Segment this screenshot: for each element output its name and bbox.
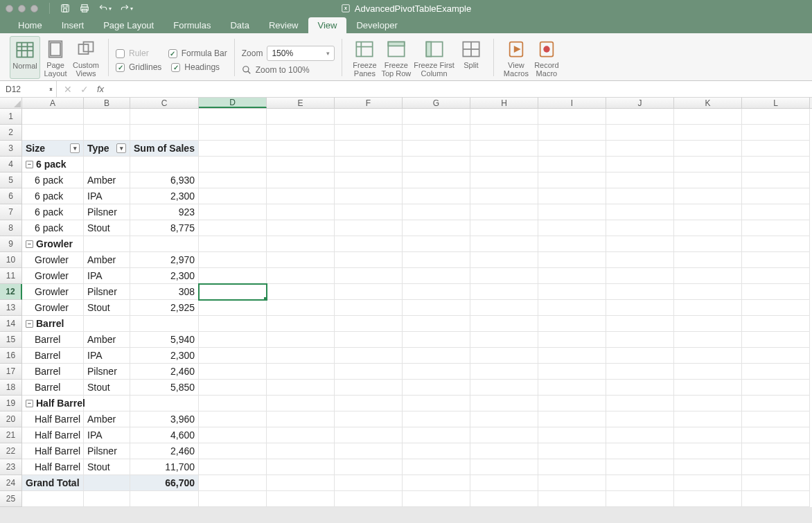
pivot-row-size[interactable]: Growler <box>22 284 84 300</box>
row-header[interactable]: 11 <box>0 268 22 284</box>
row-header[interactable]: 21 <box>0 427 22 443</box>
pivot-row-type[interactable]: Stout <box>84 459 130 475</box>
pivot-row-value[interactable]: 923 <box>130 204 199 220</box>
column-header-A[interactable]: A <box>22 98 84 108</box>
pivot-row-type[interactable]: Amber <box>84 332 130 348</box>
column-header-H[interactable]: H <box>470 98 538 108</box>
zoom-select[interactable]: 150% ▾ <box>267 46 335 61</box>
pivot-row-value[interactable]: 2,970 <box>130 252 199 268</box>
pivot-group-header[interactable]: −6 pack <box>22 157 84 172</box>
pivot-row-value[interactable]: 2,300 <box>130 268 199 284</box>
row-header[interactable]: 2 <box>0 125 22 141</box>
checkbox-checked-icon[interactable] <box>171 63 180 72</box>
collapse-icon[interactable]: − <box>26 320 33 328</box>
tab-insert[interactable]: Insert <box>52 17 94 33</box>
pivot-row-value[interactable]: 3,960 <box>130 411 199 427</box>
pivot-row-type[interactable]: IPA <box>84 427 130 443</box>
pivot-row-type[interactable]: Amber <box>84 411 130 427</box>
pivot-row-size[interactable]: Barrel <box>22 332 84 348</box>
pivot-row-size[interactable]: Growler <box>22 268 84 284</box>
column-header-I[interactable]: I <box>538 98 606 108</box>
pivot-group-header[interactable]: −Growler <box>22 236 84 252</box>
column-header-G[interactable]: G <box>403 98 470 108</box>
tab-data[interactable]: Data <box>220 17 258 33</box>
column-header-K[interactable]: K <box>674 98 742 108</box>
save-icon[interactable] <box>60 3 71 14</box>
accept-formula-icon[interactable]: ✓ <box>80 84 89 95</box>
pivot-row-size[interactable]: Half Barrel <box>22 459 84 475</box>
split-button[interactable]: Split <box>456 36 486 79</box>
row-header[interactable]: 14 <box>0 316 22 332</box>
spreadsheet-grid[interactable]: 123SizeTypeSum of Sales4−6 pack56 packAm… <box>0 109 812 507</box>
collapse-icon[interactable]: − <box>26 240 33 248</box>
tab-developer[interactable]: Developer <box>346 17 407 33</box>
redo-history-dropdown-icon[interactable]: ▾ <box>130 6 133 12</box>
pivot-row-type[interactable]: Stout <box>84 300 130 316</box>
undo-button[interactable]: ▾ <box>98 3 112 13</box>
pivot-row-type[interactable]: IPA <box>84 268 130 284</box>
pivot-row-value[interactable]: 5,940 <box>130 332 199 348</box>
row-header[interactable]: 6 <box>0 188 22 204</box>
pivot-row-value[interactable]: 5,850 <box>130 380 199 396</box>
pivot-row-size[interactable]: Barrel <box>22 364 84 380</box>
pivot-row-value[interactable]: 11,700 <box>130 459 199 475</box>
row-header[interactable]: 5 <box>0 172 22 188</box>
row-header[interactable]: 9 <box>0 236 22 252</box>
select-all-corner[interactable] <box>0 98 22 108</box>
filter-dropdown-icon[interactable] <box>70 143 80 153</box>
pivot-row-value[interactable]: 8,775 <box>130 220 199 236</box>
window-controls[interactable] <box>6 5 38 12</box>
pivot-row-size[interactable]: 6 pack <box>22 172 84 188</box>
column-header-E[interactable]: E <box>267 98 335 108</box>
pivot-row-size[interactable]: Barrel <box>22 348 84 364</box>
tab-formulas[interactable]: Formulas <box>164 17 220 33</box>
pivot-row-value[interactable]: 4,600 <box>130 427 199 443</box>
row-header[interactable]: 1 <box>0 109 22 125</box>
view-page-layout-button[interactable]: Page Layout <box>40 36 71 79</box>
cancel-formula-icon[interactable]: ✕ <box>64 84 72 95</box>
pivot-row-type[interactable]: Amber <box>84 172 130 188</box>
pivot-row-value[interactable]: 6,930 <box>130 172 199 188</box>
collapse-icon[interactable]: − <box>26 400 33 407</box>
pivot-row-size[interactable]: 6 pack <box>22 188 84 204</box>
collapse-icon[interactable]: − <box>26 161 33 168</box>
pivot-row-type[interactable]: Pilsner <box>84 443 130 459</box>
pivot-row-size[interactable]: 6 pack <box>22 220 84 236</box>
row-header[interactable]: 10 <box>0 252 22 268</box>
close-window-icon[interactable] <box>6 5 13 12</box>
column-header-B[interactable]: B <box>84 98 130 108</box>
row-header[interactable]: 3 <box>0 141 22 157</box>
tab-view[interactable]: View <box>308 17 347 33</box>
formula-bar-checkbox[interactable]: Formula Bar <box>168 48 227 58</box>
pivot-row-value[interactable]: 2,300 <box>130 188 199 204</box>
pivot-row-type[interactable]: Pilsner <box>84 364 130 380</box>
row-header[interactable]: 19 <box>0 396 22 411</box>
row-header[interactable]: 25 <box>0 491 22 507</box>
view-macros-button[interactable]: View Macros <box>501 36 531 79</box>
view-normal-button[interactable]: Normal <box>10 36 40 79</box>
tab-home[interactable]: Home <box>8 17 52 33</box>
column-header-F[interactable]: F <box>335 98 403 108</box>
column-header-D[interactable]: D <box>199 98 267 108</box>
name-box[interactable]: D12 ▲▼ <box>0 81 57 98</box>
freeze-top-row-button[interactable]: Freeze Top Row <box>380 36 412 79</box>
undo-history-dropdown-icon[interactable]: ▾ <box>109 6 112 12</box>
checkbox-checked-icon[interactable] <box>116 63 125 72</box>
row-header[interactable]: 13 <box>0 300 22 316</box>
pivot-row-value[interactable]: 2,460 <box>130 443 199 459</box>
column-header-J[interactable]: J <box>606 98 674 108</box>
row-header[interactable]: 12 <box>0 284 22 300</box>
zoom-to-100-button[interactable]: Zoom to 100% <box>242 65 310 75</box>
pivot-row-size[interactable]: Half Barrel <box>22 411 84 427</box>
pivot-header-type[interactable]: Type <box>84 141 130 157</box>
column-header-L[interactable]: L <box>742 98 810 108</box>
pivot-row-type[interactable]: IPA <box>84 348 130 364</box>
pivot-group-header[interactable]: −Half Barrel <box>22 396 84 411</box>
row-header[interactable]: 7 <box>0 204 22 220</box>
freeze-panes-button[interactable]: Freeze Panes <box>349 36 380 79</box>
row-header[interactable]: 23 <box>0 459 22 475</box>
pivot-row-type[interactable]: Amber <box>84 252 130 268</box>
filter-dropdown-icon[interactable] <box>116 143 126 153</box>
maximize-window-icon[interactable] <box>30 5 38 12</box>
pivot-row-value[interactable]: 2,460 <box>130 364 199 380</box>
